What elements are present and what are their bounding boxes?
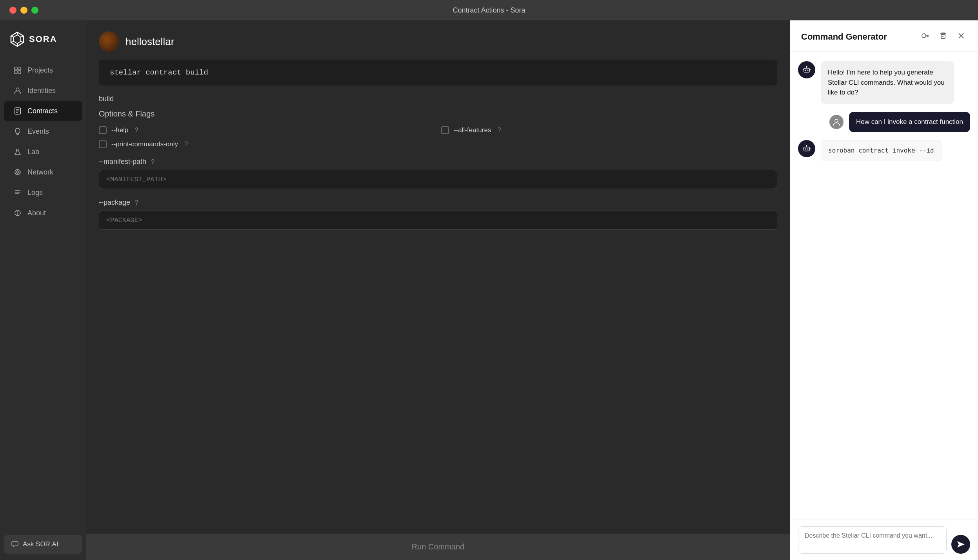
bot-message-1-text: Hello! I'm here to help you generate Ste… (828, 69, 945, 96)
api-key-button[interactable] (919, 30, 931, 44)
package-help-icon[interactable]: ? (135, 199, 138, 206)
key-icon (921, 31, 929, 40)
all-features-flag-label: --all-features (454, 126, 491, 134)
package-input[interactable] (99, 211, 777, 230)
bot-code-text: soroban contract invoke --id (828, 147, 934, 154)
svg-point-45 (806, 66, 807, 67)
sidebar-nav: Projects Identities (0, 56, 86, 529)
user-avatar (829, 115, 843, 129)
chat-title: Command Generator (801, 32, 887, 42)
about-icon (13, 209, 22, 217)
maximize-button[interactable] (31, 7, 38, 14)
identities-icon (13, 86, 22, 95)
sidebar-footer: Ask SOR.AI (0, 529, 86, 560)
subcommand-label: build (99, 95, 777, 103)
sidebar-item-projects[interactable]: Projects (4, 60, 82, 80)
events-label: Events (27, 127, 49, 136)
lab-label: Lab (27, 148, 39, 156)
logs-icon (13, 188, 22, 197)
options-grid: --help ? --all-features ? --print-comman… (99, 126, 777, 148)
delete-chat-button[interactable] (937, 30, 949, 44)
sidebar-item-lab[interactable]: Lab (4, 142, 82, 162)
chat-header: Command Generator (790, 20, 978, 52)
print-commands-help-icon[interactable]: ? (184, 141, 188, 148)
sidebar-item-contracts[interactable]: Contracts (4, 101, 82, 121)
command-display: stellar contract build (99, 60, 777, 85)
svg-rect-9 (18, 67, 21, 70)
user-message-1: How can I invoke a contract function (849, 112, 970, 132)
sidebar-item-events[interactable]: Events (4, 122, 82, 141)
option-help: --help ? (99, 126, 435, 134)
network-label: Network (27, 168, 53, 176)
help-icon[interactable]: ? (135, 127, 138, 134)
svg-rect-10 (15, 71, 17, 73)
send-icon (956, 540, 965, 549)
network-icon (13, 168, 22, 176)
ask-sorai-button[interactable]: Ask SOR.AI (4, 535, 82, 554)
manifest-path-field: --manifest-path ? (99, 158, 777, 189)
chat-panel: Command Generator (790, 20, 978, 560)
all-features-checkbox[interactable] (441, 126, 449, 134)
svg-rect-8 (15, 67, 17, 70)
main-header: hellostellar (86, 20, 790, 60)
command-text: stellar contract build (110, 68, 208, 77)
bot-icon-2 (802, 144, 811, 153)
about-label: About (27, 209, 46, 217)
sidebar-item-identities[interactable]: Identities (4, 81, 82, 100)
contracts-icon (13, 107, 22, 115)
sidebar: SORA Projects (0, 20, 86, 560)
chat-input[interactable] (798, 526, 947, 554)
manifest-path-label: --manifest-path ? (99, 158, 777, 166)
package-field: --package ? (99, 198, 777, 230)
close-button[interactable] (9, 7, 16, 14)
chat-messages: Hello! I'm here to help you generate Ste… (790, 52, 978, 520)
svg-rect-41 (804, 68, 809, 72)
identities-label: Identities (27, 87, 56, 95)
manifest-path-input[interactable] (99, 170, 777, 189)
titlebar: Contract Actions - Sora (0, 0, 978, 20)
svg-point-53 (806, 145, 807, 146)
logo-text: SORA (29, 34, 57, 44)
projects-icon (13, 66, 22, 75)
bot-code-message: soroban contract invoke --id (821, 140, 942, 161)
svg-rect-11 (18, 71, 21, 73)
package-label: --package ? (99, 198, 777, 207)
trash-icon (939, 31, 947, 40)
bot-avatar-2 (798, 140, 815, 157)
manifest-path-help-icon[interactable]: ? (151, 158, 155, 165)
help-flag-label: --help (111, 126, 128, 134)
svg-point-50 (805, 148, 806, 149)
sidebar-item-network[interactable]: Network (4, 162, 82, 182)
print-commands-flag-label: --print-commands-only (111, 140, 178, 148)
sidebar-item-logs[interactable]: Logs (4, 183, 82, 202)
close-chat-button[interactable] (955, 30, 967, 44)
bot-message-1: Hello! I'm here to help you generate Ste… (821, 61, 954, 104)
option-all-features: --all-features ? (441, 126, 777, 134)
svg-point-48 (835, 119, 838, 122)
logo-area: SORA (0, 20, 86, 56)
minimize-button[interactable] (20, 7, 27, 14)
close-icon (957, 31, 965, 40)
logs-label: Logs (27, 189, 43, 197)
svg-point-32 (922, 34, 926, 38)
svg-point-12 (16, 88, 19, 91)
all-features-help-icon[interactable]: ? (497, 127, 501, 134)
events-icon (13, 127, 22, 136)
svg-marker-1 (14, 35, 21, 44)
contract-name: hellostellar (125, 36, 174, 48)
options-flags-title: Options & Flags (99, 109, 777, 118)
package-text: --package (99, 198, 130, 207)
help-checkbox[interactable] (99, 126, 107, 134)
print-commands-checkbox[interactable] (99, 140, 107, 148)
option-print-commands-only: --print-commands-only ? (99, 140, 435, 148)
projects-label: Projects (27, 66, 53, 75)
svg-point-42 (805, 70, 806, 71)
svg-point-51 (807, 148, 809, 149)
chat-input-area (790, 520, 978, 560)
bot-icon (802, 65, 811, 75)
send-message-button[interactable] (951, 535, 970, 554)
sidebar-item-about[interactable]: About (4, 203, 82, 223)
chat-icon (11, 540, 19, 548)
run-command-button[interactable]: Run Command (86, 534, 790, 560)
sora-logo-icon (9, 31, 25, 47)
